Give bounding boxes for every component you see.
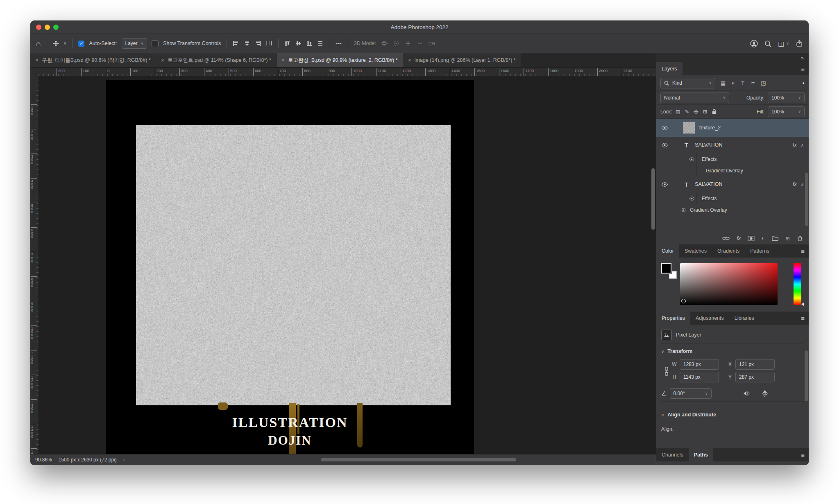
close-window-button[interactable] — [36, 25, 41, 30]
visibility-cell[interactable] — [656, 119, 673, 137]
layer-mask-icon[interactable] — [748, 236, 755, 241]
delete-layer-icon[interactable] — [797, 235, 803, 242]
align-horizontal-centers-icon[interactable] — [244, 41, 250, 46]
minimize-window-button[interactable] — [45, 25, 50, 30]
tab-adjustments[interactable]: Adjustments — [690, 312, 729, 325]
align-vertical-centers-icon[interactable] — [295, 41, 302, 46]
lock-all-icon[interactable] — [712, 109, 717, 114]
tab-properties[interactable]: Properties — [656, 312, 690, 325]
gradient-overlay-label[interactable]: Gradient Overlay — [706, 168, 743, 174]
layer-row-effects-2[interactable]: Effects — [656, 192, 809, 204]
workspace-chevron-icon[interactable]: ∨ — [786, 42, 789, 45]
visibility-cell[interactable] — [656, 137, 673, 153]
tab-paths[interactable]: Paths — [689, 448, 713, 461]
effects-label[interactable]: Effects — [702, 156, 717, 162]
zoom-window-button[interactable] — [53, 25, 59, 30]
more-align-options-button[interactable]: ••• — [336, 41, 342, 46]
auto-select-dropdown[interactable]: Layer ∨ — [122, 38, 147, 49]
canvas-vertical-scrollbar[interactable] — [650, 76, 656, 454]
align-right-edges-icon[interactable] — [255, 41, 261, 46]
layer-filter-kind-dropdown[interactable]: Kind ∨ — [660, 78, 715, 88]
auto-select-checkbox[interactable]: ✓ — [78, 41, 84, 47]
status-chevron-icon[interactable]: › — [123, 458, 125, 462]
align-bottom-edges-icon[interactable] — [306, 41, 313, 46]
lock-pixels-icon[interactable]: ✎ — [685, 108, 689, 115]
share-icon[interactable] — [796, 40, 803, 47]
3d-slide-icon[interactable] — [416, 41, 424, 46]
layer-row-salvation-1[interactable]: T SALVATION fx ∧ — [656, 137, 809, 153]
move-tool-chevron-icon[interactable]: ∨ — [63, 41, 66, 45]
height-field[interactable]: 1143 px — [680, 372, 719, 382]
new-group-icon[interactable] — [772, 236, 779, 241]
align-distribute-section-header[interactable]: ∨ Align and Distribute — [661, 407, 804, 422]
vertical-scrollbar-thumb[interactable] — [651, 168, 655, 230]
filter-shape-layers-icon[interactable]: ▱ — [751, 80, 755, 86]
link-layers-icon[interactable] — [722, 236, 730, 240]
collapse-effects-icon[interactable]: ∧ — [801, 143, 804, 147]
move-tool-icon[interactable] — [53, 41, 59, 47]
adjustment-layer-icon[interactable]: ◐ — [762, 235, 765, 241]
distribute-vertical-icon[interactable] — [317, 41, 324, 46]
tab-gradients[interactable]: Gradients — [712, 244, 745, 258]
document-tab[interactable]: × image (14).png @ 286% (Layer 1, RGB/8*… — [403, 53, 521, 67]
canvas-viewport[interactable]: ILLUSTRATION DOJIN — [39, 76, 656, 454]
flip-horizontal-icon[interactable] — [743, 391, 751, 396]
link-dimensions-icon[interactable] — [661, 366, 672, 376]
layer-row-gradient-overlay-1[interactable]: Gradient Overlay — [656, 165, 809, 176]
layer-thumbnail[interactable] — [683, 122, 695, 134]
transform-section-header[interactable]: ∨ Transform — [661, 344, 804, 359]
layer-row-gradient-overlay-2[interactable]: Gradient Overlay — [656, 204, 809, 215]
filter-toggle-icon[interactable]: ● — [803, 81, 805, 85]
color-panel-menu-icon[interactable]: ≡ — [801, 248, 809, 255]
close-tab-icon[interactable]: × — [35, 57, 39, 63]
document-tab[interactable]: × 구원_타이틀B.psd @ 90.6% (작가명, RGB/8#) * — [30, 53, 156, 67]
effects-label[interactable]: Effects — [702, 196, 717, 201]
distribute-horizontal-icon[interactable] — [266, 41, 272, 46]
document-tab[interactable]: × 로고포인트.psd @ 114% (Shape 6, RGB/8*) * — [156, 53, 277, 67]
3d-roll-icon[interactable] — [392, 41, 400, 46]
filter-adjustment-layers-icon[interactable]: ◐ — [732, 80, 735, 86]
tab-swatches[interactable]: Swatches — [679, 244, 712, 258]
3d-camera-icon[interactable] — [428, 41, 435, 46]
tab-patterns[interactable]: Patterns — [745, 244, 775, 258]
collapse-effects-icon[interactable]: ∧ — [801, 182, 804, 187]
document-tab-active[interactable]: × 로고완성_B.psd @ 90.9% (texture_2, RGB/8#)… — [277, 53, 403, 67]
account-icon[interactable] — [750, 40, 758, 47]
flip-vertical-icon[interactable] — [762, 390, 768, 397]
hue-slider[interactable] — [794, 263, 801, 305]
layer-row-effects-1[interactable]: Effects — [656, 153, 809, 165]
properties-scrollbar-thumb[interactable] — [805, 350, 808, 401]
layer-fx-badge[interactable]: fx — [793, 181, 797, 187]
layer-fx-badge[interactable]: fx — [793, 142, 797, 148]
rotation-dropdown[interactable]: 0.00° ∨ — [670, 388, 712, 399]
align-top-edges-icon[interactable] — [284, 41, 291, 46]
saturation-brightness-field[interactable] — [680, 263, 778, 305]
filter-pixel-layers-icon[interactable]: ▦ — [721, 80, 726, 86]
layers-scrollbar-thumb[interactable] — [805, 173, 808, 226]
tab-color[interactable]: Color — [656, 244, 679, 258]
zoom-level[interactable]: 90.86% — [35, 457, 52, 463]
workspace-icon[interactable]: ◫ — [778, 40, 784, 47]
filter-type-layers-icon[interactable]: T — [741, 80, 744, 86]
search-icon[interactable] — [764, 40, 771, 47]
lock-position-icon[interactable] — [694, 109, 698, 114]
tab-channels[interactable]: Channels — [656, 448, 689, 461]
show-transform-checkbox[interactable] — [152, 40, 159, 47]
bottom-panel-menu-icon[interactable]: ≡ — [801, 452, 809, 459]
foreground-color-swatch[interactable] — [661, 263, 671, 273]
blend-mode-dropdown[interactable]: Normal ∨ — [660, 93, 729, 103]
new-layer-icon[interactable]: ⊞ — [786, 235, 790, 242]
effect-visibility-icon[interactable] — [680, 208, 686, 212]
align-left-edges-icon[interactable] — [233, 41, 239, 46]
hue-slider-marker[interactable] — [801, 303, 804, 306]
opacity-dropdown[interactable]: 100% ∨ — [768, 93, 805, 103]
3d-pan-icon[interactable] — [404, 41, 412, 46]
layer-name[interactable]: SALVATION — [695, 142, 722, 148]
gradient-overlay-label[interactable]: Gradient Overlay — [690, 207, 727, 213]
y-field[interactable]: 287 px — [735, 372, 775, 382]
properties-panel-menu-icon[interactable]: ≡ — [801, 315, 809, 322]
lock-artboard-icon[interactable]: ⊞ — [703, 108, 707, 115]
close-tab-icon[interactable]: × — [408, 57, 411, 63]
canvas-document[interactable]: ILLUSTRATION DOJIN — [106, 80, 474, 454]
fill-dropdown[interactable]: 100% ∨ — [768, 106, 805, 117]
